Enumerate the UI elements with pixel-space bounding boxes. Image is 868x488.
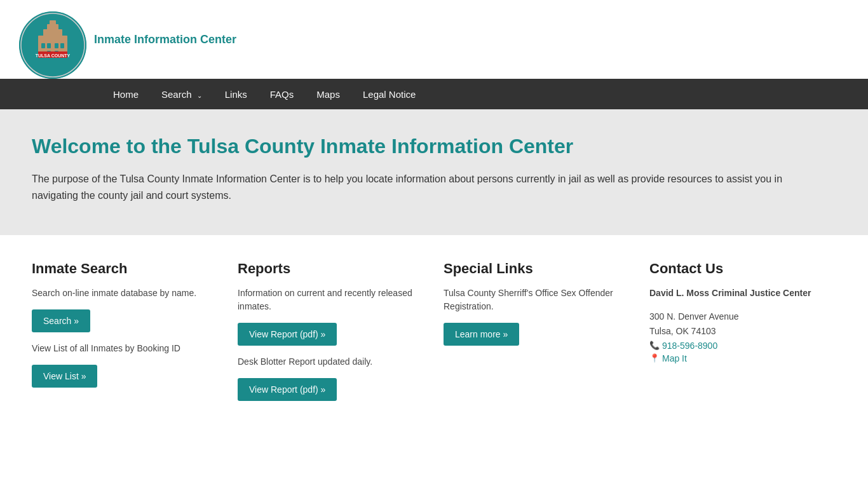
navbar: Home Search ⌄ Links FAQs Maps Legal Noti… [0, 79, 868, 109]
contact-map-row: 📍 Map It [649, 353, 836, 363]
nav-links[interactable]: Links [214, 80, 259, 109]
contact-col: Contact Us David L. Moss Criminal Justic… [649, 261, 836, 410]
nav-legal[interactable]: Legal Notice [351, 80, 427, 109]
contact-phone-link[interactable]: 918-596-8900 [662, 341, 717, 351]
phone-icon: 📞 [649, 341, 660, 350]
nav-maps-link[interactable]: Maps [305, 80, 351, 109]
hero-heading: Welcome to the Tulsa County Inmate Infor… [32, 135, 836, 158]
inmate-search-col: Inmate Search Search on-line inmate data… [32, 261, 219, 410]
reports-description1: Information on current and recently rele… [238, 287, 424, 313]
content-grid: Inmate Search Search on-line inmate data… [0, 235, 868, 436]
contact-address-line1: 300 N. Denver Avenue [649, 311, 739, 322]
learn-more-button[interactable]: Learn more » [444, 323, 519, 346]
chevron-down-icon: ⌄ [197, 92, 202, 99]
header: TULSA COUNTY Inmate Information Center [0, 0, 868, 79]
special-links-col: Special Links Tulsa County Sherriff's Of… [444, 261, 630, 410]
view-list-button[interactable]: View List » [32, 365, 97, 388]
view-list-label: View List of all Inmates by Booking ID [32, 342, 219, 355]
inmate-search-description: Search on-line inmate database by name. [32, 287, 219, 300]
nav-home[interactable]: Home [102, 80, 150, 109]
contact-address: 300 N. Denver Avenue Tulsa, OK 74103 [649, 309, 836, 338]
svg-rect-7 [47, 43, 51, 48]
nav-maps[interactable]: Maps [305, 80, 351, 109]
view-report-button-2[interactable]: View Report (pdf) » [238, 378, 337, 401]
hero-description: The purpose of the Tulsa County Inmate I… [32, 171, 794, 203]
site-title: Inmate Information Center [94, 33, 236, 46]
nav-legal-link[interactable]: Legal Notice [351, 80, 427, 109]
nav-search[interactable]: Search ⌄ [150, 80, 214, 109]
nav-faqs-link[interactable]: FAQs [259, 80, 306, 109]
contact-heading: Contact Us [649, 261, 836, 277]
hero-section: Welcome to the Tulsa County Inmate Infor… [0, 109, 868, 235]
special-links-description: Tulsa County Sherriff's Office Sex Offen… [444, 287, 630, 313]
nav-items: Home Search ⌄ Links FAQs Maps Legal Noti… [102, 80, 427, 109]
svg-rect-5 [50, 20, 56, 27]
svg-text:TULSA COUNTY: TULSA COUNTY [36, 53, 71, 58]
map-icon: 📍 [649, 353, 660, 363]
svg-rect-8 [55, 43, 58, 48]
contact-address-line2: Tulsa, OK 74103 [649, 326, 716, 336]
nav-links-link[interactable]: Links [214, 80, 259, 109]
special-links-heading: Special Links [444, 261, 630, 277]
reports-col: Reports Information on current and recen… [238, 261, 424, 410]
nav-faqs[interactable]: FAQs [259, 80, 306, 109]
site-logo: TULSA COUNTY [19, 11, 86, 79]
svg-rect-6 [41, 43, 45, 48]
reports-heading: Reports [238, 261, 424, 277]
logo-area: TULSA COUNTY Inmate Information Center [13, 0, 236, 79]
inmate-search-heading: Inmate Search [32, 261, 219, 277]
contact-phone-row: 📞 918-596-8900 [649, 341, 836, 351]
view-report-button-1[interactable]: View Report (pdf) » [238, 323, 337, 346]
contact-org-name: David L. Moss Criminal Justice Center [649, 287, 836, 300]
contact-map-link[interactable]: Map It [662, 353, 687, 363]
nav-search-link[interactable]: Search ⌄ [150, 80, 214, 109]
nav-home-link[interactable]: Home [102, 80, 150, 109]
reports-description2: Desk Blotter Report updated daily. [238, 355, 424, 369]
search-button[interactable]: Search » [32, 309, 90, 332]
svg-rect-9 [60, 43, 64, 48]
